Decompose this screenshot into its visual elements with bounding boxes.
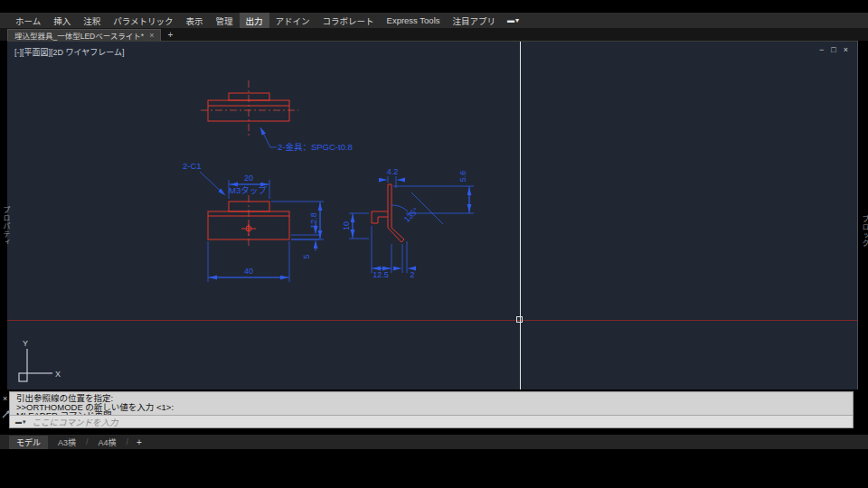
dim-12-5: 12.5 xyxy=(372,226,392,279)
autocad-window: ホーム 挿入 注釈 パラメトリック 表示 管理 出力 アドイン コラボレート E… xyxy=(0,0,868,488)
viewport-minimize-icon[interactable]: − xyxy=(819,45,824,54)
dim-12-8: 12.8 xyxy=(271,202,324,239)
dim-135: 135° xyxy=(392,192,443,224)
chamfer-note-leader: 2-C1 xyxy=(183,161,225,195)
material-note-leader: 2-金具：SPGC-t0.8 xyxy=(260,127,353,152)
dim-5-label: 5 xyxy=(302,254,311,258)
dim-12-5-label: 12.5 xyxy=(373,270,389,279)
front-view-part xyxy=(208,195,289,247)
layout-tab-a3[interactable]: A3横 xyxy=(52,436,81,449)
ucs-y-label: Y xyxy=(23,339,28,348)
ribbon-tab-home[interactable]: ホーム xyxy=(9,13,47,29)
dim-40-label: 40 xyxy=(244,267,253,276)
dim-12-8-label: 12.8 xyxy=(309,212,318,229)
crosshair-pickbox xyxy=(516,316,523,323)
dim-5-6-label: 5.6 xyxy=(458,171,467,183)
dim-2-label: 2 xyxy=(410,270,414,279)
ribbon-tab-bar: ホーム 挿入 注釈 パラメトリック 表示 管理 出力 アドイン コラボレート E… xyxy=(0,13,868,28)
ribbon-tab-featured-apps[interactable]: 注目アプリ xyxy=(447,13,503,29)
tap-label: M3タップ xyxy=(229,185,267,195)
viewport-controls-label[interactable]: [-][平面図][2D ワイヤフレーム] xyxy=(14,46,124,58)
ribbon-tab-manage[interactable]: 管理 xyxy=(209,13,239,29)
ribbon-tab-insert[interactable]: 挿入 xyxy=(47,13,77,29)
viewport-window-controls: − □ × xyxy=(819,45,848,54)
command-window: 引出参照線の位置を指定: >>ORTHOMODE の新しい値を入力 <1>: M… xyxy=(9,391,854,428)
dim-40: 40 xyxy=(208,241,289,282)
drawing-canvas[interactable]: 2-金具：SPGC-t0.8 2-C1 M3タップ xyxy=(7,42,857,389)
layout-tab-separator: / xyxy=(86,437,89,446)
model-tab[interactable]: モデル xyxy=(9,436,48,449)
red-construction-line xyxy=(7,320,857,321)
command-input[interactable]: ▬▾ ここにコマンドを入力 xyxy=(10,415,853,427)
file-tab-close-icon[interactable]: × xyxy=(149,31,154,40)
viewport-restore-icon[interactable]: □ xyxy=(831,45,835,54)
ribbon-tab-view[interactable]: 表示 xyxy=(179,13,209,29)
top-view-part xyxy=(201,80,298,138)
crosshair-vertical xyxy=(520,42,521,389)
ribbon-collapse-icon[interactable]: ▬▾ xyxy=(507,16,520,24)
ribbon-tab-addins[interactable]: アドイン xyxy=(269,13,316,29)
ribbon-tab-parametric[interactable]: パラメトリック xyxy=(107,13,179,29)
dim-20-label: 20 xyxy=(244,174,253,183)
blocks-palette-tab[interactable]: ブロック xyxy=(860,215,868,248)
command-prompt-icon[interactable]: ▬▾ xyxy=(15,418,27,426)
properties-palette-tab[interactable]: プロパティ xyxy=(1,206,11,247)
chamfer-label: 2-C1 xyxy=(183,161,202,171)
command-input-placeholder: ここにコマンドを入力 xyxy=(33,416,118,428)
ribbon-tab-output[interactable]: 出力 xyxy=(240,13,269,29)
command-history-line: >>ORTHOMODE の新しい値を入力 <1>: xyxy=(16,403,853,412)
layout-tab-a4[interactable]: A4横 xyxy=(93,436,122,449)
file-tab-bar: 埋込型器具_一体型LEDベースライト* × + xyxy=(0,28,868,41)
dim-2: 2 xyxy=(394,241,415,279)
file-tab-active[interactable]: 埋込型器具_一体型LEDベースライト* × xyxy=(7,29,161,41)
dim-10: 10 xyxy=(342,213,369,239)
clip-section-part xyxy=(372,184,404,242)
dim-4-2-label: 4.2 xyxy=(387,167,399,176)
dim-135-label: 135° xyxy=(402,205,421,224)
dim-10-label: 10 xyxy=(342,221,351,230)
ucs-x-label: X xyxy=(55,370,61,379)
ribbon-tab-annotate[interactable]: 注釈 xyxy=(77,13,107,29)
viewport-close-icon[interactable]: × xyxy=(844,45,848,54)
ribbon-tab-collaborate[interactable]: コラボレート xyxy=(316,13,381,29)
new-tab-button[interactable]: + xyxy=(167,30,173,41)
material-note-label: 2-金具：SPGC-t0.8 xyxy=(278,142,353,152)
model-space-viewport[interactable]: 2-金具：SPGC-t0.8 2-C1 M3タップ xyxy=(7,41,858,389)
status-bar: モデル A3横 / A4横 / + xyxy=(0,435,868,449)
dim-5-6: 5.6 xyxy=(393,171,474,213)
command-close-icon[interactable]: × xyxy=(3,394,7,403)
new-layout-button[interactable]: + xyxy=(133,437,146,447)
file-tab-label: 埋込型器具_一体型LEDベースライト* xyxy=(14,30,144,41)
ucs-icon: Y X xyxy=(19,339,61,381)
layout-tab-separator: / xyxy=(127,437,129,446)
ribbon-tab-express-tools[interactable]: Express Tools xyxy=(381,14,447,27)
